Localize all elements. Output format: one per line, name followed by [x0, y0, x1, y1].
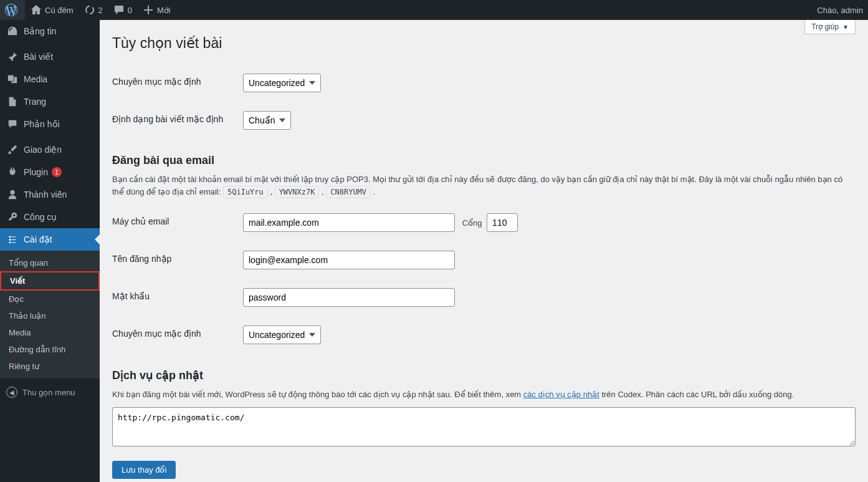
mail-password-input[interactable] — [243, 288, 455, 307]
new-label: Mới — [157, 6, 171, 15]
wrench-icon — [6, 211, 19, 223]
settings-icon — [6, 233, 19, 246]
port-label: Cổng — [462, 218, 482, 228]
user-icon — [6, 188, 19, 201]
default-format-label: Định dạng bài viết mặc định — [112, 102, 237, 139]
sidebar-item-appearance[interactable]: Giao diện — [0, 138, 100, 161]
dashboard-icon — [6, 25, 19, 37]
page-title: Tùy chọn viết bài — [112, 35, 856, 52]
sidebar-item-settings[interactable]: Cài đặt — [0, 228, 100, 251]
email-category-select[interactable]: Uncategorized — [243, 325, 321, 344]
help-tab[interactable]: Trợ giúp ▼ — [804, 20, 856, 34]
mail-server-input[interactable] — [243, 213, 455, 232]
account-link[interactable]: Chào, admin — [812, 0, 868, 20]
submenu-discussion[interactable]: Thảo luận — [0, 307, 100, 324]
admin-sidebar: Bảng tin Bài viết Media Trang Phản hồi G… — [0, 20, 100, 482]
submenu-writing[interactable]: Viết — [0, 271, 100, 291]
sidebar-item-tools[interactable]: Công cụ — [0, 206, 100, 228]
home-icon — [30, 4, 42, 16]
mail-port-input[interactable] — [487, 213, 518, 232]
email-settings-table: Máy chủ email Cổng Tên đăng nhập Mật khẩ… — [112, 204, 856, 354]
sidebar-item-label: Media — [24, 74, 47, 84]
comment-icon — [6, 118, 19, 130]
submenu-reading[interactable]: Đọc — [0, 291, 100, 307]
brush-icon — [6, 143, 19, 156]
site-name: Cú đêm — [45, 6, 74, 15]
comments-count: 0 — [128, 6, 132, 15]
sidebar-item-label: Trang — [24, 97, 46, 107]
submenu-privacy[interactable]: Riêng tư — [0, 358, 100, 375]
sidebar-item-label: Giao diện — [24, 145, 62, 155]
pin-icon — [6, 51, 19, 63]
update-services-link[interactable]: các dịch vụ cập nhật — [523, 390, 599, 399]
post-via-email-heading: Đăng bài qua email — [112, 154, 856, 167]
wordpress-icon — [5, 4, 17, 16]
default-format-select[interactable]: Chuẩn — [243, 111, 291, 130]
updates-count: 2 — [98, 6, 103, 15]
chevron-down-icon: ▼ — [842, 24, 849, 31]
mail-login-input[interactable] — [243, 251, 455, 269]
post-via-email-desc: Bạn cần cài đặt một tài khoản email bí m… — [112, 173, 856, 198]
help-label: Trợ giúp — [811, 22, 839, 31]
default-category-label: Chuyên mục mặc định — [112, 64, 237, 102]
sidebar-item-label: Phản hồi — [24, 119, 60, 129]
submenu-media[interactable]: Media — [0, 324, 100, 341]
wp-logo[interactable] — [0, 0, 25, 20]
main-content: Trợ giúp ▼ Tùy chọn viết bài Chuyên mục … — [100, 20, 868, 482]
random-string-1: 5QiIuYru — [223, 186, 268, 198]
media-icon — [6, 73, 19, 85]
sidebar-item-dashboard[interactable]: Bảng tin — [0, 20, 100, 42]
collapse-label: Thu gọn menu — [22, 388, 75, 397]
sidebar-item-label: Plugin — [24, 167, 48, 177]
save-button[interactable]: Lưu thay đổi — [112, 461, 176, 479]
site-name-link[interactable]: Cú đêm — [25, 0, 79, 20]
plugin-update-badge: 1 — [52, 167, 62, 177]
comments-link[interactable]: 0 — [108, 0, 137, 20]
random-string-3: CN8RYUMV — [326, 186, 371, 198]
plus-icon — [142, 4, 155, 16]
login-label: Tên đăng nhập — [112, 241, 237, 279]
sidebar-item-label: Cài đặt — [24, 234, 52, 244]
plug-icon — [6, 166, 19, 178]
submenu-permalinks[interactable]: Đường dẫn tĩnh — [0, 341, 100, 358]
updates-link[interactable]: 2 — [79, 0, 108, 20]
mail-server-label: Máy chủ email — [112, 204, 237, 241]
submenu-general[interactable]: Tổng quan — [0, 254, 100, 271]
sidebar-item-posts[interactable]: Bài viết — [0, 46, 100, 68]
sidebar-item-label: Bài viết — [24, 52, 53, 62]
new-content-link[interactable]: Mới — [137, 0, 176, 20]
email-category-label: Chuyên mục mặc định — [112, 316, 237, 354]
sidebar-item-users[interactable]: Thành viên — [0, 183, 100, 206]
random-string-2: YWVNXz7K — [275, 186, 320, 198]
default-category-select[interactable]: Uncategorized — [243, 74, 321, 92]
password-label: Mật khẩu — [112, 279, 237, 316]
sidebar-item-label: Bảng tin — [24, 26, 57, 36]
comment-icon — [113, 4, 125, 16]
update-services-heading: Dịch vụ cập nhật — [112, 369, 856, 382]
collapse-menu[interactable]: ◀ Thu gọn menu — [0, 382, 100, 403]
sidebar-item-pages[interactable]: Trang — [0, 90, 100, 113]
sidebar-item-comments[interactable]: Phản hồi — [0, 113, 100, 135]
greeting-text: Chào, admin — [817, 6, 863, 15]
update-services-desc: Khi bạn đăng một bài viết mới, WordPress… — [112, 388, 856, 401]
admin-toolbar: Cú đêm 2 0 Mới Chào, admin — [0, 0, 868, 20]
settings-submenu: Tổng quan Viết Đọc Thảo luận Media Đường… — [0, 251, 100, 378]
sidebar-item-plugins[interactable]: Plugin 1 — [0, 161, 100, 183]
page-icon — [6, 95, 19, 108]
sidebar-item-label: Công cụ — [24, 212, 57, 222]
writing-settings-table: Chuyên mục mặc định Uncategorized Định d… — [112, 64, 856, 139]
ping-sites-textarea[interactable] — [112, 407, 856, 446]
collapse-icon: ◀ — [6, 387, 17, 398]
sidebar-item-label: Thành viên — [24, 190, 67, 200]
sidebar-item-media[interactable]: Media — [0, 68, 100, 90]
refresh-icon — [83, 4, 96, 16]
